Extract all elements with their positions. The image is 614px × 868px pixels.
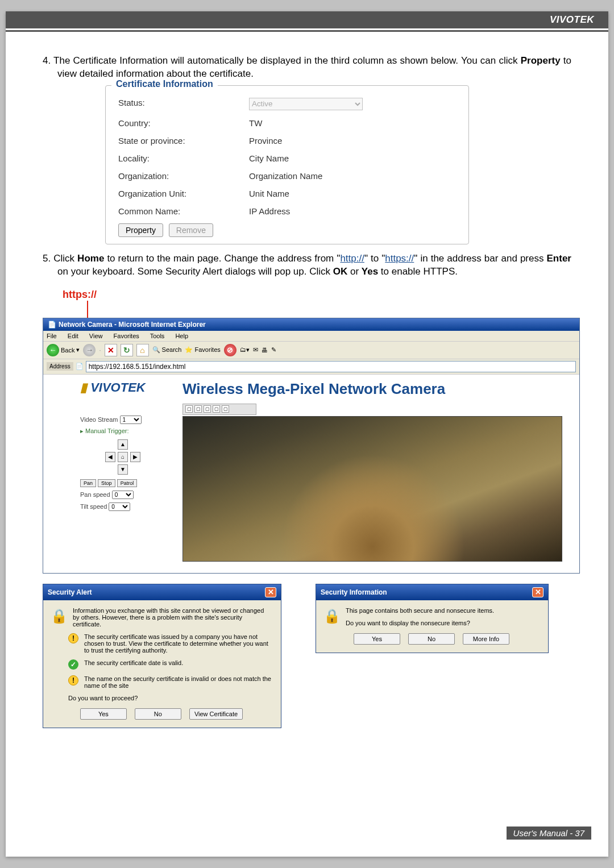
- alert-line-3: The name on the security certificate is …: [84, 675, 272, 689]
- pan-left-button[interactable]: ◀: [105, 452, 115, 462]
- cert-unit-label: Organization Unit:: [118, 189, 249, 198]
- secinfo-yes-button[interactable]: Yes: [354, 633, 400, 645]
- search-button[interactable]: 🔍 Search: [152, 346, 182, 354]
- pan-right-button[interactable]: ▶: [130, 452, 140, 462]
- manual-trigger-label[interactable]: Manual Trigger:: [85, 427, 128, 434]
- alert-yes-button[interactable]: Yes: [80, 708, 127, 720]
- vt-icon-1[interactable]: ▢: [185, 405, 193, 413]
- alert-no-button[interactable]: No: [135, 708, 181, 720]
- forward-button[interactable]: →: [83, 344, 96, 356]
- arrow-icon: [87, 301, 88, 318]
- close-icon[interactable]: ✕: [532, 587, 544, 597]
- video-stream-label: Video Stream: [80, 416, 118, 423]
- window-title: 📄Network Camera - Microsoft Internet Exp…: [43, 318, 579, 331]
- media-icon[interactable]: ⊘: [224, 344, 237, 356]
- page-icon: 📄: [76, 363, 84, 370]
- refresh-icon[interactable]: ↻: [121, 344, 133, 356]
- secinfo-more-button[interactable]: More Info: [463, 633, 509, 645]
- cert-unit-value: Unit Name: [249, 189, 456, 198]
- cert-cn-value: IP Address: [249, 206, 456, 216]
- tilt-up-button[interactable]: ▲: [118, 439, 128, 450]
- check-icon: ✓: [68, 659, 78, 670]
- alert-intro: Information you exchange with this site …: [73, 607, 272, 628]
- address-input[interactable]: [86, 361, 576, 372]
- pan-speed-label: Pan speed: [80, 491, 110, 498]
- ptz-pad: ▲ ▼ ◀ ▶ ⌂: [105, 439, 140, 475]
- patrol-button[interactable]: Patrol: [117, 479, 138, 487]
- cert-status-select: Active: [249, 98, 363, 110]
- menu-view[interactable]: View: [89, 333, 103, 339]
- secinfo-no-button[interactable]: No: [408, 633, 455, 645]
- menu-favorites[interactable]: Favorites: [114, 333, 139, 339]
- stop-button[interactable]: Stop: [98, 479, 115, 487]
- vt-icon-2[interactable]: ▢: [194, 405, 202, 413]
- home-icon[interactable]: ⌂: [136, 344, 149, 356]
- edit-icon[interactable]: ✎: [271, 346, 276, 354]
- tilt-down-button[interactable]: ▼: [118, 464, 128, 475]
- arrow-left-icon: ←: [47, 344, 59, 356]
- menu-edit[interactable]: Edit: [68, 333, 78, 339]
- alert-line-1: The security certificate was issued by a…: [84, 633, 272, 654]
- https-callout: https://: [63, 289, 97, 301]
- ptz-home-button[interactable]: ⌂: [118, 452, 128, 462]
- tilt-speed-select[interactable]: 0: [109, 502, 130, 511]
- alert-line-2: The security certificate date is valid.: [84, 659, 183, 666]
- view-certificate-button[interactable]: View Certificate: [189, 708, 243, 720]
- vt-icon-5[interactable]: ▢: [222, 405, 229, 413]
- lock-icon: 🔒: [324, 607, 340, 625]
- vt-icon-4[interactable]: ▢: [213, 405, 220, 413]
- history-icon[interactable]: 🗂▾: [240, 346, 250, 354]
- menu-file[interactable]: File: [47, 333, 57, 339]
- video-stream-select[interactable]: 1: [120, 416, 142, 424]
- menu-tools[interactable]: Tools: [150, 333, 165, 339]
- secinfo-title: Security Information: [321, 588, 387, 596]
- camera-video-feed: [182, 416, 562, 562]
- alert-title: Security Alert: [48, 588, 92, 596]
- step-4-text: 4. The Certificate Information will auto…: [43, 55, 571, 81]
- camera-side-panel: Video Stream 1 ▸ Manual Trigger: ▲ ▼ ◀ ▶…: [80, 395, 165, 511]
- browser-window: 📄Network Camera - Microsoft Internet Exp…: [43, 318, 580, 574]
- property-button[interactable]: Property: [118, 223, 163, 237]
- security-information-dialog: Security Information ✕ 🔒 This page conta…: [316, 584, 549, 653]
- secinfo-line-1: This page contains both secure and nonse…: [346, 607, 494, 614]
- video-mini-toolbar: ▢ ▢ ▢ ▢ ▢: [182, 404, 256, 415]
- https-link[interactable]: https://: [385, 253, 414, 264]
- security-alert-dialog: Security Alert ✕ 🔒 Information you excha…: [43, 584, 281, 728]
- favorites-button[interactable]: ⭐ Favorites: [185, 346, 220, 354]
- pan-speed-select[interactable]: 0: [112, 491, 134, 499]
- tilt-speed-label: Tilt speed: [80, 503, 107, 510]
- cert-country-label: Country:: [118, 118, 249, 128]
- camera-title: Wireless Mega-Pixel Network Camera: [182, 380, 562, 398]
- stop-icon[interactable]: ✕: [105, 344, 117, 356]
- pan-button[interactable]: Pan: [80, 479, 96, 487]
- address-bar: Address 📄: [43, 359, 579, 375]
- certificate-information-panel: Certificate Information Status: Active C…: [105, 85, 469, 244]
- cert-locality-value: City Name: [249, 153, 456, 163]
- step-5-text: 5. Click Home to return to the main page…: [43, 252, 571, 279]
- alert-proceed: Do you want to proceed?: [51, 695, 272, 701]
- secinfo-line-2: Do you want to display the nonsecure ite…: [346, 620, 494, 626]
- cert-state-value: Province: [249, 136, 456, 146]
- cert-status-label: Status:: [118, 98, 249, 110]
- cert-legend: Certificate Information: [111, 79, 218, 89]
- warning-icon: !: [68, 675, 78, 686]
- lock-icon: 🔒: [51, 607, 67, 625]
- browser-toolbar: ← Back ▾ → · ✕ ↻ ⌂ 🔍 Search ⭐ Favorites …: [43, 341, 579, 359]
- http-link[interactable]: http://: [340, 253, 364, 264]
- menu-bar[interactable]: File Edit View Favorites Tools Help: [43, 331, 579, 341]
- vivotek-logo: ▮ VIVOTEK: [80, 380, 165, 395]
- cert-locality-label: Locality:: [118, 153, 249, 163]
- warning-icon: !: [68, 633, 78, 643]
- vt-icon-3[interactable]: ▢: [204, 405, 211, 413]
- cert-state-label: State or province:: [118, 136, 249, 146]
- back-button[interactable]: ← Back ▾: [47, 344, 80, 356]
- address-label: Address: [47, 362, 73, 371]
- brand-header: VIVOTEK: [550, 14, 594, 26]
- menu-help[interactable]: Help: [175, 333, 188, 339]
- close-icon[interactable]: ✕: [265, 587, 276, 597]
- cert-cn-label: Common Name:: [118, 206, 249, 216]
- cert-org-label: Organization:: [118, 171, 249, 181]
- print-icon[interactable]: 🖶: [262, 347, 268, 354]
- page-footer: User's Manual - 37: [507, 827, 591, 840]
- mail-icon[interactable]: ✉: [253, 346, 258, 354]
